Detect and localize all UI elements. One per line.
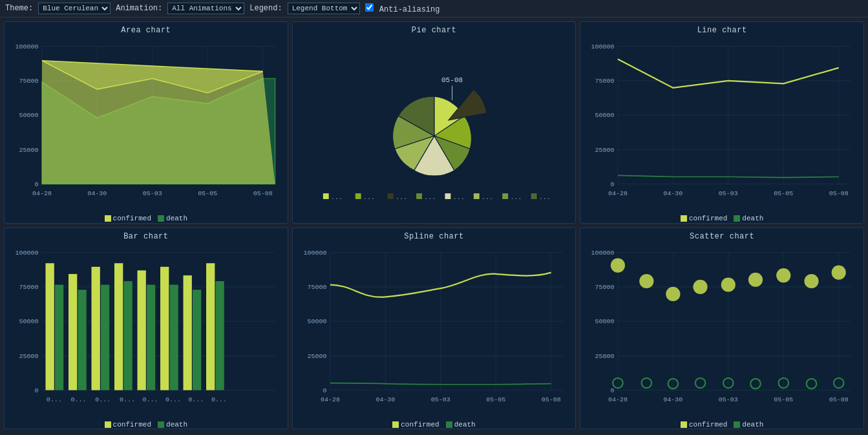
svg-text:...: ... (482, 194, 493, 201)
svg-point-131 (640, 273, 654, 288)
spline-chart-title: Spline chart (404, 232, 463, 241)
svg-text:50000: 50000 (595, 318, 615, 325)
animation-label: Animation: (116, 4, 162, 13)
svg-text:...: ... (452, 194, 464, 201)
svg-rect-75 (91, 266, 100, 390)
svg-point-136 (776, 268, 790, 282)
antialiasing-label[interactable]: Anti-aliasing (365, 3, 440, 14)
svg-rect-82 (169, 284, 178, 390)
svg-text:0: 0 (34, 181, 38, 188)
bar-legend-confirmed: confirmed (105, 421, 151, 429)
svg-text:0: 0 (323, 387, 326, 394)
svg-rect-78 (123, 281, 132, 390)
svg-rect-31 (416, 193, 422, 199)
svg-rect-80 (147, 284, 155, 390)
bar-legend-death: death (158, 421, 187, 429)
theme-select[interactable]: Blue Cerulean Dark Light (38, 3, 111, 14)
svg-text:0...: 0... (165, 396, 181, 403)
spline-chart-legend: confirmed death (392, 421, 475, 429)
svg-rect-27 (355, 193, 361, 199)
legend-select[interactable]: Legend Bottom Legend Top No Legend (288, 3, 360, 14)
charts-grid: Area chart 100000 75000 50000 25000 (0, 17, 868, 433)
svg-text:0...: 0... (189, 396, 204, 403)
svg-text:...: ... (510, 194, 522, 201)
svg-text:0: 0 (34, 387, 38, 394)
line-death-label: death (742, 215, 763, 222)
svg-text:04-28: 04-28 (608, 396, 628, 403)
svg-text:04-30: 04-30 (664, 396, 683, 403)
svg-text:...: ... (331, 194, 343, 201)
svg-text:05-08: 05-08 (829, 190, 849, 197)
bar-chart-legend: confirmed death (105, 421, 187, 429)
svg-text:05-03: 05-03 (719, 396, 738, 403)
area-chart-svg: 100000 75000 50000 25000 0 04-28 04-30 0… (10, 37, 282, 213)
svg-text:75000: 75000 (595, 284, 615, 291)
line-chart-area: 100000 75000 50000 25000 0 04-28 04-30 0… (586, 37, 858, 213)
bar-chart: Bar chart 100000 75000 50000 25000 0 (4, 228, 288, 430)
svg-rect-33 (445, 193, 450, 199)
antialiasing-checkbox[interactable] (365, 3, 374, 12)
pie-chart: Pie chart 05-08 (292, 21, 577, 224)
scatter-death-dot (734, 421, 740, 428)
death-label: death (166, 215, 187, 222)
spline-confirmed-label: confirmed (401, 421, 439, 429)
svg-text:100000: 100000 (591, 43, 615, 50)
svg-point-134 (721, 277, 736, 292)
svg-text:0...: 0... (71, 396, 87, 403)
svg-point-144 (751, 378, 761, 388)
svg-text:0...: 0... (143, 396, 158, 403)
svg-text:0: 0 (611, 181, 615, 188)
svg-text:05-03: 05-03 (431, 396, 450, 403)
svg-text:...: ... (539, 194, 551, 201)
svg-text:25000: 25000 (19, 352, 38, 359)
svg-rect-83 (184, 275, 192, 390)
svg-rect-84 (193, 290, 201, 390)
svg-text:0...: 0... (95, 396, 111, 403)
svg-text:25000: 25000 (19, 147, 38, 154)
svg-text:75000: 75000 (19, 78, 38, 85)
scatter-chart: Scatter chart 100000 75000 50000 25000 0 (580, 228, 864, 430)
pie-chart-title: Pie chart (412, 26, 456, 35)
bar-chart-area: 100000 75000 50000 25000 0 (10, 244, 282, 419)
scatter-chart-title: Scatter chart (690, 232, 754, 241)
svg-rect-29 (387, 193, 393, 199)
svg-text:05-08: 05-08 (253, 190, 273, 197)
svg-text:05-05: 05-05 (774, 190, 794, 197)
svg-text:100000: 100000 (303, 249, 326, 256)
svg-point-132 (666, 286, 681, 301)
line-confirmed-label: confirmed (689, 215, 727, 222)
scatter-legend-confirmed: confirmed (681, 421, 727, 429)
svg-text:50000: 50000 (595, 112, 615, 119)
scatter-confirmed-label: confirmed (689, 421, 727, 429)
svg-rect-79 (138, 270, 146, 390)
line-chart-svg: 100000 75000 50000 25000 0 04-28 04-30 0… (586, 37, 858, 213)
svg-text:05-05: 05-05 (198, 190, 217, 197)
svg-rect-85 (206, 263, 215, 390)
svg-text:50000: 50000 (19, 318, 38, 325)
svg-rect-73 (69, 273, 77, 390)
death-dot (158, 215, 164, 222)
svg-text:04-28: 04-28 (32, 190, 52, 197)
area-chart: Area chart 100000 75000 50000 25000 (4, 21, 288, 224)
svg-rect-74 (78, 290, 86, 390)
svg-text:0...: 0... (211, 396, 227, 403)
spline-death-dot (446, 421, 452, 428)
svg-rect-86 (215, 281, 224, 390)
svg-text:...: ... (396, 194, 407, 201)
svg-text:100000: 100000 (15, 43, 38, 50)
bar-death-dot (158, 421, 164, 428)
spline-chart: Spline chart 100000 75000 50000 25000 0 (292, 228, 577, 430)
svg-text:75000: 75000 (307, 284, 326, 291)
svg-rect-25 (323, 193, 328, 199)
svg-point-142 (695, 377, 706, 388)
svg-text:...: ... (363, 194, 375, 201)
svg-rect-81 (160, 266, 169, 390)
scatter-confirmed-dot (681, 421, 687, 428)
scatter-chart-svg: 100000 75000 50000 25000 0 (586, 244, 858, 419)
bar-confirmed-label: confirmed (113, 421, 151, 429)
svg-text:50000: 50000 (19, 112, 38, 119)
animation-select[interactable]: All Animations No Animations (167, 3, 244, 14)
toolbar: Theme: Blue Cerulean Dark Light Animatio… (0, 0, 868, 17)
bar-chart-title: Bar chart (123, 232, 168, 241)
svg-text:0: 0 (611, 387, 615, 394)
